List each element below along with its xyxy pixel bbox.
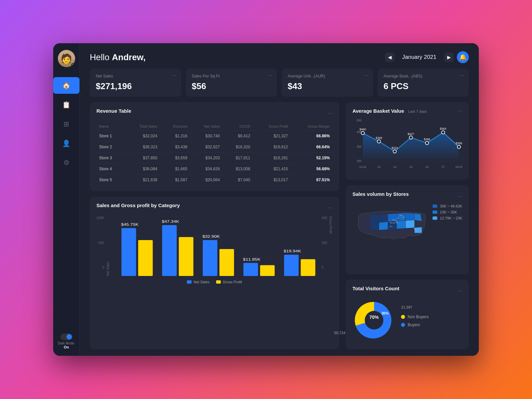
nav-users[interactable]: 👤 xyxy=(53,135,79,152)
kpi-avg-basket: ··· Average Bask...(ABS) 6 PCS xyxy=(378,68,469,97)
legend-net-sales: Net Sales xyxy=(187,280,209,284)
svg-text:$32.90K: $32.90K xyxy=(202,235,220,239)
kpi-value-3: $43 xyxy=(288,81,367,91)
avatar: 🧑 xyxy=(58,50,75,67)
map-legend-2: 23K ~ 35K xyxy=(433,210,462,214)
cell-discount: $3,659 xyxy=(160,153,190,164)
svg-text:18.01: 18.01 xyxy=(455,165,462,169)
kpi-row: ··· Net Sales $271,196 ··· Sales Per Sq … xyxy=(80,68,479,102)
cell-total: $37,850 xyxy=(124,153,160,164)
cell-gm: 66.86% xyxy=(291,131,332,142)
nav-reports[interactable]: 📋 xyxy=(53,96,79,113)
toggle-track[interactable] xyxy=(61,333,72,340)
map-legend-label-3: 12.79K ~ 23K xyxy=(440,216,462,220)
map-legend: 35K ~ 48.63K 23K ~ 35K 12.79K ~ 23K xyxy=(433,204,462,220)
svg-text:Ft...: Ft... xyxy=(396,221,400,224)
y2-label-60k: 60K xyxy=(322,216,328,220)
cell-name: Store 2 xyxy=(96,142,124,153)
map-legend-dot-3 xyxy=(433,216,437,220)
legend-gross-profit-label: Gross Profit xyxy=(223,280,242,284)
svg-text:$45.75K: $45.75K xyxy=(121,223,139,227)
prev-date-button[interactable]: ◀ xyxy=(385,53,394,62)
right-column: Average Basket Value Last 7 days ··· 550… xyxy=(346,102,469,349)
chart-legend: Net Sales Gross Profit xyxy=(96,280,332,284)
svg-text:$427: $427 xyxy=(408,132,414,136)
table-row: Store 2 $36,323 $3,438 $32,927 $16,320 $… xyxy=(96,142,332,153)
line-chart-card: Average Basket Value Last 7 days ··· 550… xyxy=(346,102,469,180)
cell-cogs: $13,008 xyxy=(222,164,253,175)
revenue-table-title: Revenue Table xyxy=(96,108,131,114)
bar-chart-card: Sales and Gross profit by Category ··· 1… xyxy=(90,197,339,349)
svg-rect-14 xyxy=(260,265,275,276)
legend-buyers: Buyers xyxy=(401,323,429,327)
svg-point-67 xyxy=(365,311,383,330)
nav-settings[interactable]: ⚙ xyxy=(53,154,79,171)
svg-rect-11 xyxy=(219,249,234,276)
table-row: Store 5 $21,638 $1,587 $20,064 $7,040 $1… xyxy=(96,175,332,186)
cell-discount: $1,665 xyxy=(160,164,190,175)
svg-text:$398: $398 xyxy=(376,136,382,140)
svg-text:St.La.: St.La. xyxy=(390,221,395,224)
kpi-dots-1[interactable]: ··· xyxy=(172,72,176,78)
svg-rect-8 xyxy=(179,237,194,276)
kpi-dots-2[interactable]: ··· xyxy=(268,72,272,78)
svg-point-39 xyxy=(457,145,461,149)
svg-rect-4 xyxy=(122,228,136,276)
kpi-dots-4[interactable]: ··· xyxy=(460,72,464,78)
cell-total: $21,638 xyxy=(124,175,160,186)
online-indicator xyxy=(71,63,74,66)
map-legend-dot-1 xyxy=(433,204,437,208)
pie-chart-wrap: 70% 30% 21,397 50,724 xyxy=(352,299,396,343)
svg-rect-5 xyxy=(138,240,153,276)
map-dots[interactable]: ··· xyxy=(458,194,462,200)
svg-text:12.01: 12.01 xyxy=(359,165,366,169)
bar-chart-title: Sales and Gross profit by Category xyxy=(96,202,180,208)
line-chart-dots[interactable]: ··· xyxy=(458,108,462,114)
pie-dot-blue xyxy=(401,323,405,327)
cell-cogs: $16,320 xyxy=(222,142,253,153)
cell-cogs: $7,040 xyxy=(222,175,253,186)
nav-apps[interactable]: ⊞ xyxy=(53,116,79,132)
revenue-table-dots[interactable]: ··· xyxy=(328,110,332,116)
revenue-table-card: Revenue Table ··· Name Total Sales Disco… xyxy=(90,102,339,191)
topbar: Hello Andrew, ◀ January 2021 ▶ 🔔 xyxy=(80,43,479,68)
main-content: Hello Andrew, ◀ January 2021 ▶ 🔔 ··· Net… xyxy=(80,43,479,356)
map-legend-dot-2 xyxy=(433,210,437,214)
cell-gm: 66.64% xyxy=(291,142,332,153)
cell-name: Store 1 xyxy=(96,131,124,142)
kpi-label-2: Sales Per Sq Ft xyxy=(192,74,271,78)
map-legend-label-1: 35K ~ 48.63K xyxy=(440,204,462,208)
map-svg-wrap: Pa... H... Es... J... St.La. Ft... Fr...… xyxy=(352,204,429,245)
map-title: Sales volumn by Stores xyxy=(352,191,409,197)
svg-text:15: 15 xyxy=(409,165,413,169)
kpi-dots-3[interactable]: ··· xyxy=(364,72,368,78)
pie-dots[interactable]: ··· xyxy=(458,288,462,294)
pie-dot-yellow xyxy=(401,315,405,319)
dashboard: 🧑 🏠 📋 ⊞ 👤 ⚙ Dark Mode: On Hello Andr xyxy=(53,43,479,356)
col-net: Net Sales xyxy=(190,122,222,131)
nav-home[interactable]: 🏠 xyxy=(53,77,79,94)
svg-rect-10 xyxy=(203,240,217,276)
svg-text:13: 13 xyxy=(377,165,381,169)
cell-name: Store 5 xyxy=(96,175,124,186)
legend-dot-yellow xyxy=(216,280,221,284)
legend-non-buyers: Non Buyers xyxy=(401,315,429,319)
cell-gm: 52.15% xyxy=(291,153,332,164)
svg-text:Q...: Q... xyxy=(414,227,417,230)
y2-label-30k: 30K xyxy=(322,241,328,245)
dark-mode-toggle[interactable]: Dark Mode: On xyxy=(58,333,75,349)
svg-text:Fr...: Fr... xyxy=(390,225,394,227)
table-row: Store 3 $37,850 $3,659 $34,203 $17,911 $… xyxy=(96,153,332,164)
svg-rect-16 xyxy=(284,255,299,276)
bar-chart-area: $45.75K $47.34K $32.90K xyxy=(111,216,320,276)
content-area: Revenue Table ··· Name Total Sales Disco… xyxy=(80,102,479,356)
bar-chart-dots[interactable]: ··· xyxy=(328,205,332,211)
svg-text:$464: $464 xyxy=(440,127,447,130)
pie-card: Total Visitors Count ··· xyxy=(346,280,469,349)
non-buyer-count: 21,397 xyxy=(401,305,412,309)
notification-button[interactable]: 🔔 xyxy=(457,51,469,63)
y-label-100k: 100K xyxy=(96,216,104,220)
svg-rect-17 xyxy=(301,259,316,276)
y-label-0: 0 xyxy=(96,266,104,269)
next-date-button[interactable]: ▶ xyxy=(444,53,454,62)
